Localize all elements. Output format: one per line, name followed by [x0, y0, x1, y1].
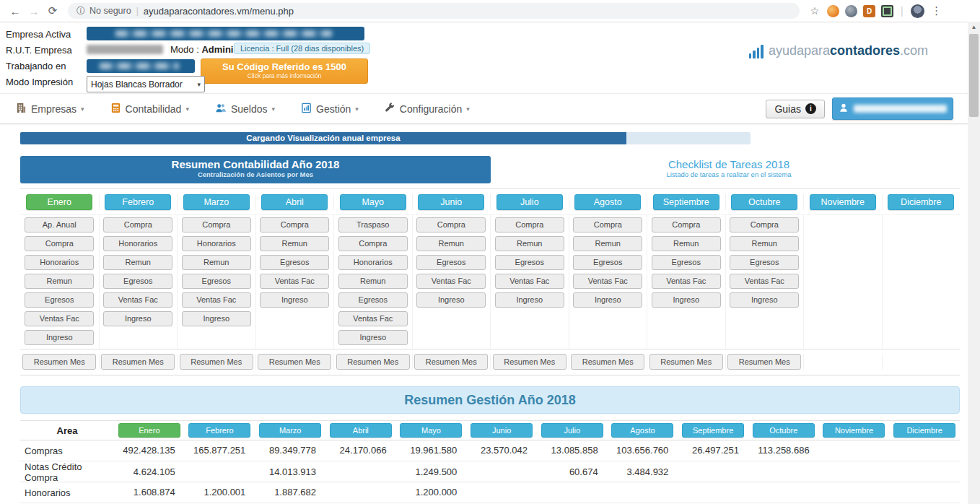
resumen-mes-button-octubre[interactable]: Resumen Mes: [727, 354, 801, 370]
entry-button-remun[interactable]: Remun: [416, 236, 486, 251]
entry-button-egresos[interactable]: Egresos: [730, 255, 799, 270]
month-button-octubre[interactable]: Octubre: [731, 194, 797, 210]
gestion-month-button-enero[interactable]: Enero: [118, 423, 180, 438]
month-button-marzo[interactable]: Marzo: [183, 194, 250, 210]
entry-button-compra[interactable]: Compra: [338, 236, 408, 251]
entry-button-remun[interactable]: Remun: [730, 236, 799, 251]
entry-button-ingreso[interactable]: Ingreso: [182, 311, 251, 326]
gestion-month-button-marzo[interactable]: Marzo: [259, 423, 321, 438]
entry-button-compra[interactable]: Compra: [730, 217, 799, 233]
entry-button-ingreso[interactable]: Ingreso: [652, 292, 721, 308]
entry-button-ingreso[interactable]: Ingreso: [416, 292, 486, 308]
month-button-mayo[interactable]: Mayo: [340, 194, 406, 210]
entry-button-honorarios[interactable]: Honorarios: [103, 236, 172, 251]
entry-button-compra[interactable]: Compra: [103, 217, 172, 233]
resumen-mes-button-septiembre[interactable]: Resumen Mes: [649, 354, 723, 370]
entry-button-ventas-fac[interactable]: Ventas Fac: [103, 292, 172, 308]
print-mode-select[interactable]: Hojas Blancas Borrador ▾: [87, 76, 205, 92]
resumen-mes-button-mayo[interactable]: Resumen Mes: [336, 354, 410, 370]
resumen-mes-button-febrero[interactable]: Resumen Mes: [101, 354, 175, 370]
entry-button-ingreso[interactable]: Ingreso: [495, 292, 564, 308]
entry-button-traspaso[interactable]: Traspaso: [338, 217, 408, 233]
info-icon[interactable]: ⓘ: [76, 5, 85, 17]
forward-icon[interactable]: →: [25, 5, 43, 17]
month-button-abril[interactable]: Abril: [261, 194, 328, 210]
scrollbar-thumb[interactable]: [969, 34, 979, 117]
entry-button-egresos[interactable]: Egresos: [182, 274, 251, 289]
entry-button-compra[interactable]: Compra: [573, 217, 642, 233]
nav-item-configuracion[interactable]: Configuración ▾: [385, 103, 470, 116]
entry-button-egresos[interactable]: Egresos: [25, 292, 94, 308]
entry-button-remun[interactable]: Remun: [652, 236, 721, 251]
entry-button-ingreso[interactable]: Ingreso: [573, 292, 642, 308]
resumen-mes-button-marzo[interactable]: Resumen Mes: [180, 354, 253, 370]
entry-button-compra[interactable]: Compra: [652, 217, 721, 233]
month-button-julio[interactable]: Julio: [496, 194, 563, 210]
entry-button-remun[interactable]: Remun: [338, 274, 408, 289]
gestion-month-button-agosto[interactable]: Agosto: [611, 423, 673, 438]
month-button-agosto[interactable]: Agosto: [574, 194, 641, 210]
checklist-title[interactable]: Checklist de Tareas 2018: [491, 158, 967, 170]
entry-button-ap-anual[interactable]: Ap. Anual: [25, 217, 94, 233]
entry-button-compra[interactable]: Compra: [495, 217, 564, 233]
nav-item-gestion[interactable]: Gestión ▾: [301, 103, 359, 116]
entry-button-ingreso[interactable]: Ingreso: [260, 292, 329, 308]
entry-button-egresos[interactable]: Egresos: [260, 255, 329, 270]
entry-button-ingreso[interactable]: Ingreso: [730, 292, 799, 308]
extension-icon-1[interactable]: [827, 5, 839, 17]
entry-button-honorarios[interactable]: Honorarios: [25, 255, 94, 270]
resumen-mes-button-julio[interactable]: Resumen Mes: [493, 354, 566, 370]
resumen-mes-button-enero[interactable]: Resumen Mes: [22, 354, 96, 370]
site-logo[interactable]: ayudaparacontadores.com: [749, 43, 928, 58]
entry-button-ventas-fac[interactable]: Ventas Fac: [25, 311, 94, 326]
entry-button-compra[interactable]: Compra: [260, 217, 329, 233]
entry-button-egresos[interactable]: Egresos: [338, 292, 408, 308]
guias-button[interactable]: Guias i: [766, 100, 825, 118]
month-button-febrero[interactable]: Febrero: [105, 194, 171, 210]
gestion-month-button-abril[interactable]: Abril: [330, 423, 392, 438]
entry-button-ingreso[interactable]: Ingreso: [25, 330, 94, 345]
entry-button-remun[interactable]: Remun: [495, 236, 564, 251]
gestion-month-button-mayo[interactable]: Mayo: [400, 423, 462, 438]
entry-button-honorarios[interactable]: Honorarios: [338, 255, 408, 270]
entry-button-remun[interactable]: Remun: [103, 255, 172, 270]
entry-button-ventas-fac[interactable]: Ventas Fac: [416, 274, 486, 289]
bookmark-star-icon[interactable]: ☆: [805, 5, 824, 17]
entry-button-ventas-fac[interactable]: Ventas Fac: [573, 274, 642, 289]
entry-button-ventas-fac[interactable]: Ventas Fac: [730, 274, 799, 289]
month-button-junio[interactable]: Junio: [418, 194, 484, 210]
month-button-septiembre[interactable]: Septiembre: [653, 194, 719, 210]
month-button-enero[interactable]: Enero: [26, 194, 92, 210]
scroll-up-icon[interactable]: ▲: [968, 22, 980, 33]
gestion-month-button-septiembre[interactable]: Septiembre: [682, 423, 744, 438]
extension-icon-3[interactable]: D: [863, 5, 875, 17]
entry-button-ingreso[interactable]: Ingreso: [338, 330, 408, 345]
page-scrollbar[interactable]: ▲: [968, 22, 980, 504]
entry-button-ventas-fac[interactable]: Ventas Fac: [495, 274, 564, 289]
entry-button-ventas-fac[interactable]: Ventas Fac: [260, 274, 329, 289]
extension-icon-4[interactable]: [881, 5, 893, 17]
referral-code-button[interactable]: Su Código Referido es 1500 Click para má…: [201, 58, 368, 84]
resumen-mes-button-abril[interactable]: Resumen Mes: [258, 354, 331, 370]
entry-button-ventas-fac[interactable]: Ventas Fac: [652, 274, 721, 289]
extension-icon-2[interactable]: [845, 5, 857, 17]
profile-avatar[interactable]: [911, 4, 924, 18]
entry-button-egresos[interactable]: Egresos: [495, 255, 564, 270]
entry-button-remun[interactable]: Remun: [260, 236, 329, 251]
entry-button-egresos[interactable]: Egresos: [103, 274, 172, 289]
entry-button-egresos[interactable]: Egresos: [573, 255, 642, 270]
gestion-month-button-junio[interactable]: Junio: [471, 423, 533, 438]
nav-item-sueldos[interactable]: Sueldos ▾: [215, 103, 275, 116]
entry-button-egresos[interactable]: Egresos: [652, 255, 721, 270]
refresh-icon[interactable]: ⟳: [43, 4, 62, 17]
month-button-diciembre[interactable]: Diciembre: [888, 194, 954, 210]
back-icon[interactable]: ←: [6, 5, 25, 17]
user-account-button[interactable]: [832, 97, 953, 120]
entry-button-ventas-fac[interactable]: Ventas Fac: [338, 311, 408, 326]
gestion-month-button-julio[interactable]: Julio: [541, 423, 603, 438]
month-button-noviembre[interactable]: Noviembre: [810, 194, 876, 210]
gestion-month-button-febrero[interactable]: Febrero: [188, 423, 250, 438]
entry-button-remun[interactable]: Remun: [573, 236, 642, 251]
entry-button-compra[interactable]: Compra: [182, 217, 251, 233]
checklist-link[interactable]: Checklist de Tareas 2018 Listado de tare…: [491, 156, 967, 183]
